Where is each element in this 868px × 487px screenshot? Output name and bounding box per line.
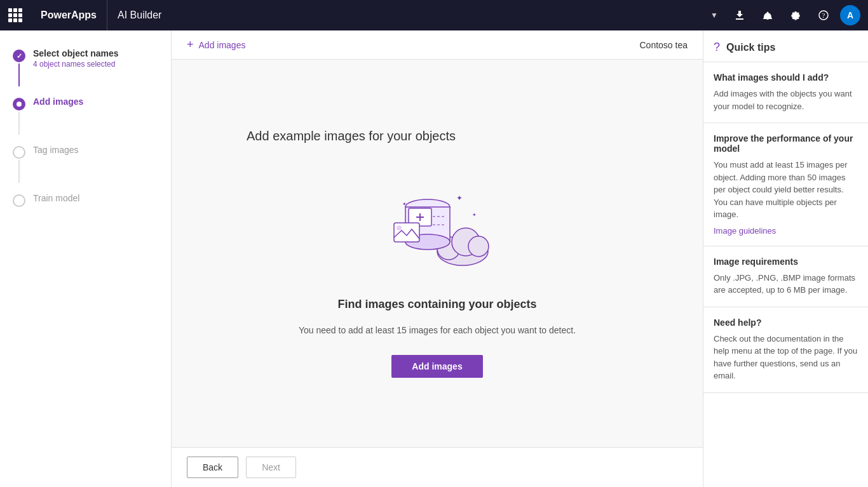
tip-card-title-3: Need help? [714, 317, 858, 328]
tip-card-text-3: Check out the documentation in the help … [714, 333, 858, 382]
plus-icon: + [187, 38, 194, 51]
nav-left: PowerApps AI Builder [0, 0, 172, 30]
step-title-tag: Tag images [33, 145, 79, 155]
image-guidelines-link[interactable]: Image guidelines [714, 226, 776, 236]
waffle-grid [8, 8, 22, 22]
step-content-add-images: Add images [33, 97, 83, 107]
top-nav: PowerApps AI Builder ▼ ? A [0, 0, 868, 30]
help-button[interactable]: ? [812, 4, 835, 27]
right-panel: ? Quick tips What images should I add? A… [703, 30, 868, 487]
step-content-train: Train model [33, 193, 79, 203]
tip-card-text-1: You must add at least 15 images per obje… [714, 159, 858, 221]
step-dot-active [17, 102, 22, 107]
quick-tips-title: Quick tips [726, 42, 775, 53]
content-body: Add example images for your objects [172, 60, 703, 447]
tip-card-title-1: Improve the performance of your model [714, 133, 858, 154]
step-circle-inactive-train [13, 194, 25, 207]
tip-card-3: Need help? Check out the documentation i… [703, 307, 868, 393]
step-select-object-names[interactable]: ✓ Select object names 4 object names sel… [0, 43, 171, 91]
step-train-model: Train model [0, 188, 171, 212]
tip-card-0: What images should I add? Add images wit… [703, 62, 868, 123]
quick-tips-header: ? Quick tips [703, 30, 868, 62]
tip-card-text-0: Add images with the objects you want you… [714, 88, 858, 112]
svg-rect-15 [394, 223, 419, 242]
svg-rect-0 [736, 18, 743, 20]
content-header: + Add images Contoso tea [172, 30, 703, 60]
step-title-select: Select object names [33, 48, 119, 58]
user-avatar[interactable]: A [840, 5, 860, 25]
waffle-dot [8, 18, 12, 22]
svg-point-6 [468, 236, 489, 257]
waffle-dot [8, 8, 12, 12]
find-images-title: Find images containing your objects [337, 298, 536, 311]
tip-card-title-2: Image requirements [714, 257, 858, 267]
waffle-dot [18, 8, 22, 12]
step-content-tag: Tag images [33, 145, 79, 155]
contoso-label: Contoso tea [640, 40, 688, 50]
quick-tips-icon: ? [714, 41, 720, 54]
waffle-dot [13, 18, 17, 22]
notifications-button[interactable] [756, 4, 779, 27]
waffle-dot [13, 8, 17, 12]
tip-card-text-2: Only .JPG, .PNG, .BMP image formats are … [714, 272, 858, 297]
step-circle-inactive-tag [13, 146, 25, 159]
settings-button[interactable] [784, 4, 807, 27]
content-footer: Back Next [172, 447, 703, 487]
main-area: ✓ Select object names 4 object names sel… [0, 30, 868, 487]
sidebar: ✓ Select object names 4 object names sel… [0, 30, 172, 487]
waffle-dot [13, 13, 17, 17]
page-title: Add example images for your objects [247, 129, 456, 143]
back-button[interactable]: Back [187, 457, 238, 478]
step-circle-active [13, 98, 25, 110]
tip-card-2: Image requirements Only .JPG, .PNG, .BMP… [703, 246, 868, 307]
step-tag-images: Tag images [0, 140, 171, 188]
checkmark-icon: ✓ [17, 52, 22, 60]
dropdown-icon[interactable]: ▼ [705, 11, 723, 20]
waffle-dot [18, 18, 22, 22]
nav-right: ▼ ? A [705, 4, 868, 27]
step-title-add-images: Add images [33, 97, 83, 107]
find-images-desc: You need to add at least 15 images for e… [299, 324, 576, 337]
app-subtitle: AI Builder [107, 0, 172, 30]
svg-point-16 [397, 225, 402, 230]
waffle-dot [8, 13, 12, 17]
breadcrumb-add-label: Add images [199, 40, 246, 50]
content-area: + Add images Contoso tea Add example ima… [172, 30, 703, 487]
tip-card-1: Improve the performance of your model Yo… [703, 123, 868, 246]
svg-text:✦: ✦ [402, 201, 407, 207]
app-title[interactable]: PowerApps [31, 0, 107, 30]
step-title-train: Train model [33, 193, 79, 203]
download-button[interactable] [728, 4, 751, 27]
next-button[interactable]: Next [246, 457, 296, 478]
step-subtitle-select: 4 object names selected [33, 60, 119, 69]
svg-text:?: ? [822, 11, 825, 19]
svg-text:✦: ✦ [472, 212, 477, 218]
waffle-dot [18, 13, 22, 17]
step-content-select: Select object names 4 object names selec… [33, 48, 119, 69]
illustration: ✦ ✦ ✦ [374, 169, 501, 272]
main-content-card: Add example images for your objects [247, 129, 628, 378]
add-images-button[interactable]: Add images [391, 355, 482, 378]
waffle-icon[interactable] [0, 0, 31, 30]
svg-text:✦: ✦ [456, 194, 463, 203]
step-circle-completed: ✓ [13, 50, 25, 62]
add-images-breadcrumb[interactable]: + Add images [187, 38, 245, 51]
step-add-images[interactable]: Add images [0, 91, 171, 140]
tip-card-title-0: What images should I add? [714, 72, 858, 83]
